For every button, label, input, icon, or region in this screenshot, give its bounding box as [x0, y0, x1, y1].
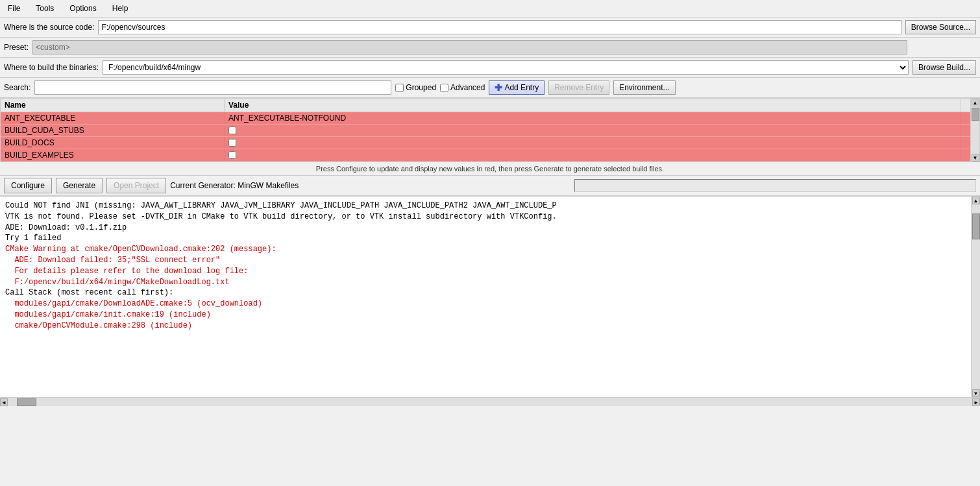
cell-value[interactable] — [225, 149, 961, 161]
search-row: Search: Grouped Advanced ✚ Add Entry Rem… — [0, 78, 980, 98]
grouped-label: Grouped — [406, 83, 436, 92]
status-text: Press Configure to update and display ne… — [0, 162, 980, 175]
menu-help[interactable]: Help — [110, 3, 131, 14]
search-label: Search: — [4, 83, 31, 92]
row2-checkbox[interactable] — [228, 127, 236, 134]
build-label: Where to build the binaries: — [4, 63, 99, 72]
build-select[interactable]: F:/opencv/build/x64/mingw — [103, 60, 909, 75]
configure-button[interactable]: Configure — [4, 178, 52, 193]
log-area[interactable]: Could NOT find JNI (missing: JAVA_AWT_LI… — [0, 196, 980, 397]
bottom-toolbar: Configure Generate Open Project Current … — [0, 175, 980, 196]
bottom-scrollbar-thumb[interactable] — [17, 398, 36, 406]
row4-checkbox[interactable] — [228, 151, 236, 159]
advanced-checkbox-label[interactable]: Advanced — [440, 83, 485, 92]
open-project-button[interactable]: Open Project — [106, 178, 166, 193]
grouped-checkbox-label[interactable]: Grouped — [395, 83, 436, 92]
preset-input — [32, 40, 907, 55]
cell-name: BUILD_CUDA_STUBS — [1, 125, 225, 136]
grouped-checkbox[interactable] — [395, 84, 404, 92]
bottom-scrollbar[interactable]: ◄ ► — [0, 397, 980, 406]
add-entry-label: Add Entry — [504, 83, 539, 92]
preset-row: Preset: — [0, 38, 980, 58]
environment-button[interactable]: Environment... — [613, 80, 675, 95]
browse-source-button[interactable]: Browse Source... — [905, 20, 976, 34]
menubar: File Tools Options Help — [0, 0, 980, 18]
table-row[interactable]: BUILD_CUDA_STUBS — [1, 125, 970, 137]
row3-checkbox[interactable] — [228, 139, 236, 147]
col-value-header: Value — [225, 99, 961, 112]
search-input[interactable] — [34, 80, 391, 95]
build-row: Where to build the binaries: F:/opencv/b… — [0, 58, 980, 78]
progress-bar — [574, 179, 976, 192]
cell-value: ANT_EXECUTABLE-NOTFOUND — [225, 112, 961, 124]
log-content: Could NOT find JNI (missing: JAVA_AWT_LI… — [5, 200, 975, 332]
cell-value[interactable] — [225, 125, 961, 136]
log-scrollbar[interactable]: ▲ ▼ — [971, 197, 980, 397]
cell-name: BUILD_DOCS — [1, 137, 225, 149]
menu-options[interactable]: Options — [67, 3, 99, 14]
advanced-checkbox[interactable] — [440, 84, 448, 92]
cell-value[interactable] — [225, 137, 961, 149]
source-label: Where is the source code: — [4, 23, 94, 32]
menu-tools[interactable]: Tools — [33, 3, 56, 14]
table-header: Name Value — [1, 99, 970, 112]
menu-file[interactable]: File — [5, 3, 23, 14]
generator-label: Current Generator: MinGW Makefiles — [170, 181, 570, 190]
log-scrollbar-thumb[interactable] — [972, 213, 980, 239]
table-row[interactable]: ANT_EXECUTABLE ANT_EXECUTABLE-NOTFOUND — [1, 112, 970, 125]
remove-entry-button[interactable]: Remove Entry — [548, 80, 609, 95]
preset-label: Preset: — [4, 43, 29, 52]
advanced-label: Advanced — [450, 83, 485, 92]
plus-icon: ✚ — [495, 82, 502, 93]
source-input[interactable] — [98, 20, 901, 34]
cell-name: ANT_EXECUTABLE — [1, 112, 225, 124]
add-entry-button[interactable]: ✚ Add Entry — [489, 80, 545, 95]
table-row[interactable]: BUILD_DOCS — [1, 137, 970, 149]
table-scrollbar[interactable]: ▲ ▼ — [970, 99, 979, 162]
cell-name: BUILD_EXAMPLES — [1, 149, 225, 161]
config-table: Name Value ANT_EXECUTABLE ANT_EXECUTABLE… — [0, 98, 980, 162]
col-name-header: Name — [1, 99, 225, 112]
source-row: Where is the source code: Browse Source.… — [0, 18, 980, 38]
generate-button[interactable]: Generate — [56, 178, 103, 193]
table-row[interactable]: BUILD_EXAMPLES — [1, 149, 970, 162]
browse-build-button[interactable]: Browse Build... — [913, 60, 976, 75]
